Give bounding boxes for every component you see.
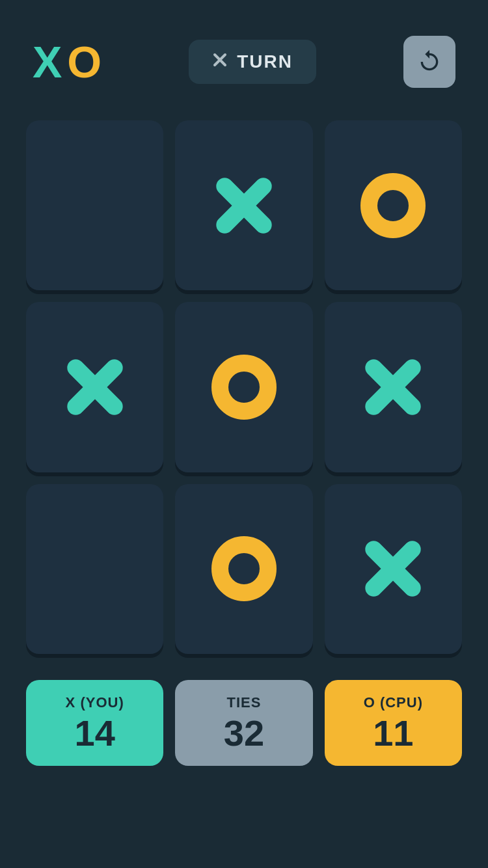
reset-button[interactable] bbox=[403, 36, 455, 88]
turn-label: TURN bbox=[237, 51, 293, 72]
cell-7[interactable] bbox=[175, 484, 312, 654]
cell-8[interactable] bbox=[325, 484, 462, 654]
reset-icon bbox=[416, 49, 442, 75]
cell-6[interactable] bbox=[26, 484, 163, 654]
turn-x-icon bbox=[212, 51, 228, 72]
logo: X O bbox=[33, 40, 102, 84]
ties-score-card: TIES 32 bbox=[175, 680, 312, 766]
o-mark bbox=[211, 536, 277, 601]
logo-x: X bbox=[33, 40, 62, 84]
o-score-label: O (CPU) bbox=[364, 694, 423, 711]
ties-score-value: 32 bbox=[224, 715, 264, 752]
o-score-card: O (CPU) 11 bbox=[325, 680, 462, 766]
ties-score-label: TIES bbox=[227, 694, 262, 711]
x-mark bbox=[360, 355, 426, 420]
header: X O TURN bbox=[0, 0, 488, 107]
x-mark bbox=[360, 536, 426, 601]
game-board bbox=[0, 107, 488, 667]
x-score-value: 14 bbox=[75, 715, 115, 752]
cell-5[interactable] bbox=[325, 302, 462, 472]
cell-0[interactable] bbox=[26, 120, 163, 290]
x-mark bbox=[62, 355, 128, 420]
turn-indicator: TURN bbox=[189, 40, 316, 84]
logo-o: O bbox=[67, 40, 102, 84]
cell-2[interactable] bbox=[325, 120, 462, 290]
o-mark bbox=[360, 173, 426, 238]
cell-1[interactable] bbox=[175, 120, 312, 290]
o-mark bbox=[211, 355, 277, 420]
o-score-value: 11 bbox=[373, 715, 413, 752]
x-mark bbox=[211, 173, 277, 238]
scores-section: X (YOU) 14 TIES 32 O (CPU) 11 bbox=[0, 667, 488, 805]
cell-4[interactable] bbox=[175, 302, 312, 472]
x-score-card: X (YOU) 14 bbox=[26, 680, 163, 766]
cell-3[interactable] bbox=[26, 302, 163, 472]
x-score-label: X (YOU) bbox=[66, 694, 124, 711]
